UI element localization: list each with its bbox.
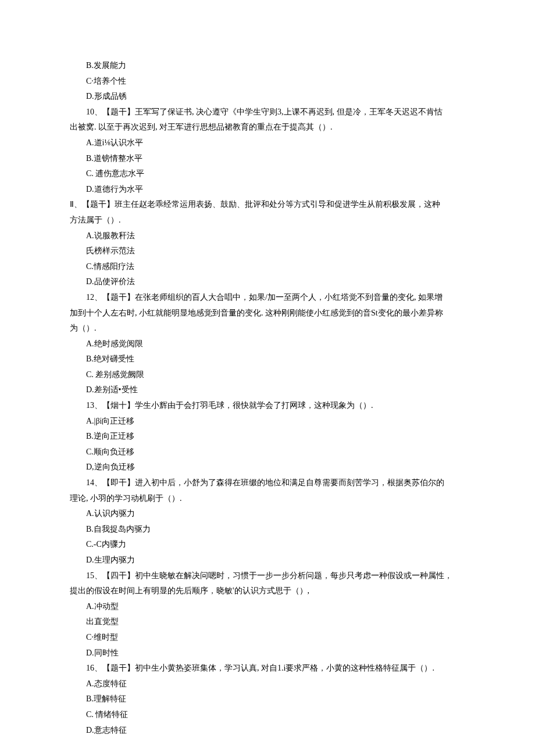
text-line-35: A.冲动型 [70, 599, 465, 615]
text-line-36: 出直觉型 [70, 614, 465, 630]
text-line-42: C. 情绪特征 [70, 707, 465, 723]
text-line-33: 15、【四干】初中生晓敏在解决问嗯时，习惯于一步一步分析问题，每步只考虑一种假设… [70, 568, 465, 584]
text-line-6: B.道镑情整水平 [70, 151, 465, 167]
text-line-15: 12、【题干】在张老师组织的百人大合唱中，如果/加一至两个人，小红塔觉不到音量的… [70, 290, 465, 306]
text-line-19: B.绝对礴受性 [70, 352, 465, 367]
text-line-30: B.自我捉岛内驱力 [70, 522, 465, 538]
text-line-5: A.道i⅛认识水平 [70, 135, 465, 151]
text-line-3: 10、【题干】王军写了保证书, 决心遵守《中学生守则3,上课不再迟到, 但是冷，… [70, 105, 465, 120]
text-line-29: A.认识内驱力 [70, 506, 465, 522]
text-line-27: 14、【即干】进入初中后，小舒为了森得在班缀的地位和满足自尊需要而刻苦学习，根据… [70, 475, 465, 491]
text-line-24: B.逆向正迂移 [70, 429, 465, 445]
text-line-0: B.发展能力 [70, 58, 465, 74]
text-line-13: C.情感阳疗法 [70, 259, 465, 275]
text-line-12: 氏榜样示范法 [70, 243, 465, 259]
text-line-10: 方法属于（）. [70, 213, 465, 228]
text-line-38: D.同时性 [70, 646, 465, 661]
text-line-23: A.|βi向正迁移 [70, 414, 465, 429]
text-line-26: D,逆向负迂移 [70, 460, 465, 475]
text-line-18: A.绝时感觉阅限 [70, 336, 465, 352]
text-line-20: C. 差别感觉阙限 [70, 367, 465, 383]
text-line-32: D.生理内驱力 [70, 553, 465, 568]
text-line-21: D.差别适•受性 [70, 382, 465, 398]
text-line-4: 出被窝. 以至于再次迟到, 对王军进行思想品裙教育的重点在于提高其（）. [70, 120, 465, 135]
text-line-28: 理论, 小羽的学习动机刷于（）. [70, 491, 465, 507]
text-line-40: A.态度特征 [70, 676, 465, 692]
text-line-7: C. 逋伤意志水平 [70, 166, 465, 182]
text-line-17: 为（）. [70, 321, 465, 336]
text-line-34: 提出的假设在时间上有明显的先后顺序，晓敏'的认识方式思于（）, [70, 583, 465, 599]
text-line-14: D.品使评价法 [70, 274, 465, 290]
text-line-16: 加到十个人左右时, 小红就能明显地感觉到音量的变化. 这种刚刚能使小红感觉到的音… [70, 306, 465, 321]
text-line-31: C.-C内骤力 [70, 537, 465, 553]
document-body: B.发展能力C·培养个性D.形成品锈10、【题干】王军写了保证书, 决心遵守《中… [70, 58, 465, 738]
text-line-9: Ⅱ、【题干】班主任赵老乖经常运用表扬、鼓励、批评和处分等方式引导和促进学生从前积… [70, 197, 465, 213]
text-line-39: 16、【题干】初中生小黄热姿班集体，学习认真, 对自1.i要求严格，小黄的这种性… [70, 661, 465, 676]
text-line-41: B.理解特征 [70, 691, 465, 707]
text-line-2: D.形成品锈 [70, 89, 465, 105]
text-line-1: C·培养个性 [70, 74, 465, 89]
text-line-22: 13、【烟十】学生小辉由于会打羽毛球，很快就学会了打网球，这种现象为（）. [70, 398, 465, 414]
text-line-25: C.顺向负迁移 [70, 445, 465, 460]
text-line-11: A.说服教秆法 [70, 228, 465, 244]
text-line-8: D.道德行为水平 [70, 182, 465, 198]
text-line-43: D.意志特征 [70, 723, 465, 739]
text-line-37: C·维时型 [70, 630, 465, 646]
